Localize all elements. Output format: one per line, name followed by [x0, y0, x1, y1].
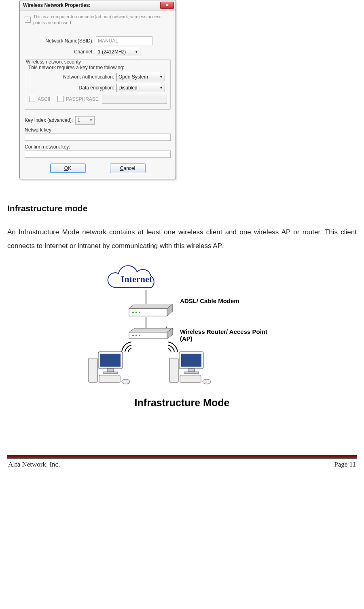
- svg-point-13: [135, 335, 137, 336]
- svg-point-5: [135, 312, 137, 313]
- close-button[interactable]: ✕: [160, 2, 174, 9]
- svg-rect-20: [99, 375, 120, 382]
- modem-icon: [127, 304, 175, 318]
- router-label: Wireless Router/ Access Point (AP): [180, 328, 281, 342]
- chevron-down-icon: ▼: [89, 118, 93, 122]
- modem-label: ADSL/ Cable Modem: [180, 297, 239, 304]
- auth-dropdown[interactable]: Open System ▼: [116, 73, 165, 81]
- svg-rect-10: [129, 332, 167, 339]
- svg-rect-18: [103, 372, 118, 373]
- keyindex-dropdown[interactable]: 1 ▼: [75, 116, 95, 125]
- confirm-key-input[interactable]: [25, 151, 171, 158]
- svg-rect-23: [181, 354, 201, 367]
- network-key-input[interactable]: [25, 134, 171, 141]
- svg-rect-25: [184, 372, 199, 373]
- ok-label-rest: K: [68, 166, 71, 171]
- cancel-button[interactable]: Cancel: [110, 163, 146, 173]
- chevron-down-icon: ▼: [159, 75, 163, 79]
- channel-value: 1 (2412MHz): [98, 49, 126, 55]
- adhoc-checkbox[interactable]: [25, 17, 31, 23]
- wireless-properties-dialog: Wireless Network Properties: ✕ This is a…: [19, 0, 176, 179]
- svg-rect-17: [107, 369, 114, 372]
- adhoc-description: This is a computer-to-computer(ad hoc) n…: [33, 14, 171, 26]
- security-requires-text: This network requires a key for the foll…: [28, 65, 167, 70]
- keyindex-value: 1: [77, 117, 80, 123]
- infrastructure-diagram: Internet ADSL/ Cable Modem Wireless Rout…: [83, 265, 281, 411]
- ascii-label: ASCII: [38, 96, 50, 102]
- svg-rect-24: [188, 369, 195, 372]
- channel-dropdown[interactable]: 1 (2412MHz) ▼: [96, 48, 140, 56]
- enc-dropdown[interactable]: Disabled ▼: [116, 84, 165, 92]
- enc-value: Disabled: [119, 85, 138, 91]
- security-group-label: Wireless network security: [26, 59, 81, 65]
- page-footer: Alfa Network, Inc. Page 11: [7, 455, 357, 469]
- svg-rect-2: [129, 309, 167, 316]
- internet-label: Internet: [121, 274, 152, 284]
- svg-rect-19: [89, 358, 97, 382]
- desktop-pc-icon: [168, 350, 212, 386]
- svg-point-14: [139, 335, 140, 336]
- auth-value: Open System: [119, 74, 148, 80]
- ok-button[interactable]: OK: [50, 163, 86, 173]
- section-paragraph: An Infrastructure Mode network contains …: [7, 225, 357, 253]
- svg-point-6: [139, 312, 140, 313]
- svg-rect-16: [100, 354, 121, 367]
- router-icon: [127, 327, 175, 340]
- svg-marker-9: [129, 328, 173, 332]
- chevron-down-icon: ▼: [159, 86, 163, 90]
- chevron-down-icon: ▼: [135, 50, 138, 54]
- close-icon: ✕: [165, 3, 169, 7]
- enc-label: Data encryption:: [28, 85, 116, 91]
- passphrase-checkbox[interactable]: [57, 96, 63, 102]
- diagram-caption: Infrastructure Mode: [83, 397, 281, 409]
- network-key-label: Network key:: [25, 127, 171, 133]
- auth-label: Network Authentication:: [28, 74, 116, 80]
- cancel-label-rest: ancel: [123, 166, 135, 171]
- svg-point-4: [132, 312, 134, 313]
- footer-page: Page 11: [334, 460, 356, 469]
- keyindex-label: Key index (advanced):: [25, 117, 73, 123]
- ssid-input[interactable]: [96, 36, 152, 45]
- svg-point-28: [203, 379, 211, 384]
- svg-point-21: [122, 379, 130, 384]
- svg-marker-1: [129, 304, 173, 309]
- svg-rect-26: [169, 358, 178, 382]
- ssid-label: Network Name(SSID):: [25, 38, 96, 44]
- passphrase-label: PASSPHRASE: [66, 96, 98, 102]
- svg-point-12: [132, 335, 134, 336]
- section-heading: Infrastructure mode: [7, 204, 357, 213]
- confirm-key-label: Confirm network key:: [25, 144, 171, 150]
- channel-label: Channel:: [25, 49, 96, 55]
- ascii-checkbox[interactable]: [29, 96, 35, 102]
- footer-company: Alfa Network, Inc.: [8, 460, 60, 469]
- svg-rect-27: [180, 375, 201, 382]
- passphrase-input[interactable]: [102, 95, 167, 104]
- security-group: Wireless network security This network r…: [25, 59, 171, 110]
- dialog-title: Wireless Network Properties:: [23, 2, 91, 8]
- desktop-pc-icon: [87, 350, 131, 386]
- dialog-titlebar: Wireless Network Properties: ✕: [20, 0, 176, 11]
